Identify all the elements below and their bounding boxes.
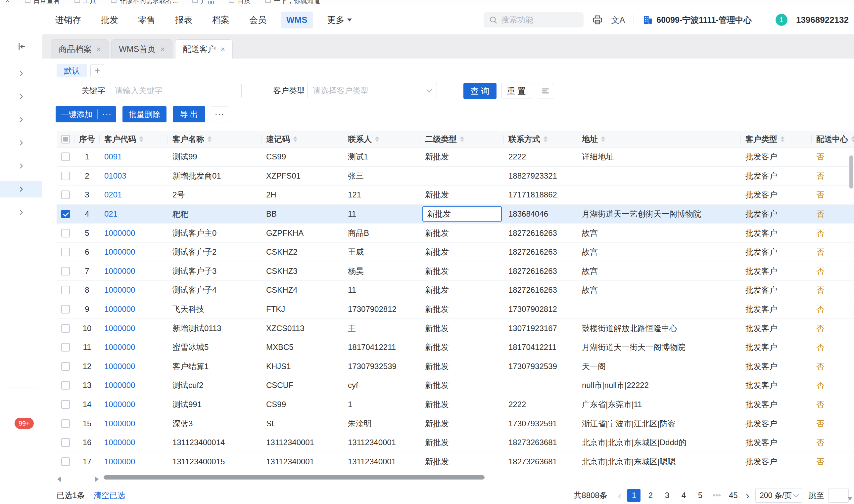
table-row[interactable]: 302012号2H121新批发17171818862批发客户否 [57, 185, 854, 205]
translate-icon[interactable]: 文A [611, 15, 625, 25]
select-all-checkbox[interactable] [61, 135, 70, 144]
row-checkbox[interactable] [61, 438, 70, 447]
cell-code[interactable]: 1000000 [100, 452, 168, 471]
query-button[interactable]: 查 询 [464, 83, 496, 99]
sort-icon[interactable] [851, 136, 854, 142]
view-preset-default[interactable]: 默认 [57, 64, 87, 77]
sort-icon[interactable] [543, 136, 547, 142]
message-count-badge[interactable]: 1 [775, 14, 787, 26]
sort-icon[interactable] [208, 136, 211, 142]
keyword-input[interactable] [110, 83, 242, 98]
table-row[interactable]: 131000000测试cuf2CSCUFcyf新批发null市|null市|22… [57, 376, 854, 395]
cell-code[interactable]: 0091 [100, 147, 168, 166]
table-row[interactable]: 10091测试99CS99测试1新批发2222详细地址批发客户否 [57, 147, 854, 167]
sort-icon[interactable] [601, 136, 605, 142]
cell-code[interactable]: 01003 [100, 167, 168, 185]
customer-type-select[interactable]: 请选择客户类型 [307, 83, 437, 98]
table-row[interactable]: 101000000新增测试0113XZCS0113王新批发13071923167… [57, 319, 854, 338]
column-header-8[interactable]: 地址 [577, 131, 741, 147]
row-checkbox[interactable] [61, 381, 70, 390]
row-checkbox[interactable] [61, 210, 70, 218]
page-button-2[interactable]: 2 [644, 489, 657, 502]
add-view-button[interactable]: + [90, 64, 104, 77]
row-checkbox[interactable] [61, 324, 70, 333]
function-search[interactable] [484, 12, 583, 28]
sidebar-group-7[interactable] [0, 204, 42, 220]
row-checkbox[interactable] [61, 286, 70, 294]
scroll-left-arrow[interactable] [57, 476, 61, 482]
table-row[interactable]: 1710000001311234000151311234000113112340… [57, 452, 854, 472]
batch-delete-button[interactable]: 批量删除 [122, 106, 167, 122]
row-checkbox[interactable] [61, 267, 70, 275]
table-row[interactable]: 91000000飞天科技FTKJ17307902812新批发1730790281… [57, 300, 854, 319]
sidebar-group-1[interactable] [0, 65, 42, 82]
nav-item-5[interactable]: 档案 [207, 11, 235, 29]
column-header-3[interactable]: 客户名称 [168, 131, 261, 147]
row-checkbox[interactable] [61, 248, 70, 256]
scroll-down-arrow[interactable] [848, 497, 853, 500]
sort-icon[interactable] [375, 136, 379, 142]
column-header-4[interactable]: 速记码 [261, 131, 343, 147]
table-row[interactable]: 61000000测试客户子2CSKHZ2王威新批发18272616263故宫批发… [57, 243, 854, 262]
table-row[interactable]: 4021粑粑BB11新批发183684046月湖街道天一艺创街天一阁博物院批发客… [57, 205, 854, 224]
nav-item-4[interactable]: 报表 [170, 11, 198, 29]
nav-item-6[interactable]: 会员 [244, 11, 272, 29]
table-row[interactable]: 71000000测试客户子3CSKHZ3杨昊新批发18272616263故宫批发… [57, 262, 854, 281]
cell-code[interactable]: 1000000 [100, 223, 168, 242]
cell-code[interactable]: 1000000 [100, 338, 168, 357]
page-button-1[interactable]: 1 [627, 489, 641, 502]
sidebar-group-6[interactable] [0, 181, 42, 197]
cell-code[interactable]: 1000000 [100, 300, 168, 319]
quick-add-button[interactable]: 一键添加 [56, 109, 97, 120]
sort-icon[interactable] [781, 136, 784, 142]
page-button-4[interactable]: 4 [677, 489, 690, 502]
quick-add-more-button[interactable]: ··· [98, 109, 116, 120]
nav-item-2[interactable]: 批发 [95, 11, 124, 29]
table-row[interactable]: 141000000测试991CS991新批发2222广东省|东莞市|11批发客户… [57, 395, 854, 414]
column-header-10[interactable]: 配送中心 [812, 131, 854, 147]
cell-code[interactable]: 1000000 [100, 262, 168, 281]
notification-badge[interactable]: 99+ [15, 418, 34, 429]
row-checkbox[interactable] [61, 343, 70, 352]
table-row[interactable]: 151000000深蓝3SL朱淦明新批发17307932591浙江省|宁波市|江… [57, 414, 854, 433]
page-button-3[interactable]: 3 [660, 489, 674, 502]
column-header-2[interactable]: 客户代码 [100, 131, 168, 147]
row-checkbox[interactable] [61, 305, 70, 313]
sidebar-group-5[interactable] [0, 158, 42, 174]
table-row[interactable]: 201003新增批发商01XZPFS01张三18827923321批发客户否 [57, 167, 854, 186]
row-checkbox[interactable] [61, 229, 70, 237]
close-icon[interactable]: ✕ [5, 0, 10, 5]
sort-icon[interactable] [293, 136, 297, 142]
cell-code[interactable]: 021 [100, 205, 168, 223]
sort-icon[interactable] [460, 136, 464, 142]
sidebar-group-4[interactable] [0, 134, 42, 151]
row-checkbox[interactable] [61, 457, 70, 466]
bookmark-item-6[interactable]: 一下，你就知道 [265, 0, 320, 5]
close-icon[interactable]: × [160, 44, 165, 54]
reset-button[interactable]: 重 置 [502, 83, 531, 99]
column-header-7[interactable]: 联系方式 [504, 131, 577, 147]
close-icon[interactable]: × [221, 44, 225, 54]
row-checkbox[interactable] [61, 400, 70, 409]
bookmark-item-3[interactable]: 非版本的需求或者... [111, 0, 178, 5]
nav-item-7[interactable]: WMS [281, 12, 313, 29]
page-size-select[interactable]: 200 条/页 [755, 488, 802, 503]
column-header-9[interactable]: 客户类型 [741, 131, 812, 147]
account-phone[interactable]: 13968922132 [796, 15, 849, 25]
row-checkbox[interactable] [61, 419, 70, 428]
sidebar-group-2[interactable] [0, 88, 42, 105]
pagination-ellipsis[interactable]: ••• [710, 489, 723, 502]
cell-code[interactable]: 1000000 [100, 357, 168, 376]
close-icon[interactable]: × [96, 44, 101, 54]
company-switcher[interactable]: 60099-宁波1111-管理中心 [643, 15, 752, 25]
sort-icon[interactable] [139, 136, 143, 142]
row-checkbox[interactable] [61, 362, 70, 371]
subtype-editing-cell[interactable]: 新批发 [422, 206, 502, 221]
sidebar-collapse-button[interactable] [0, 34, 42, 58]
quick-add-split-button[interactable]: 一键添加 ··· [56, 106, 116, 122]
clear-selection-link[interactable]: 清空已选 [93, 490, 125, 501]
row-checkbox[interactable] [61, 191, 70, 199]
bookmark-item-2[interactable]: 工具 [74, 0, 96, 5]
scroll-right-arrow[interactable] [95, 476, 99, 482]
cell-code[interactable]: 1000000 [100, 281, 168, 300]
